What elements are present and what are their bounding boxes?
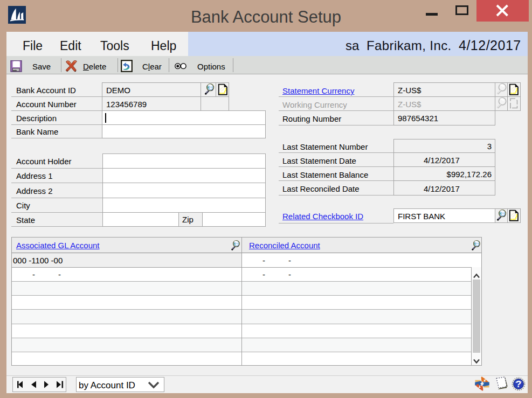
- svg-text:?: ?: [516, 379, 521, 389]
